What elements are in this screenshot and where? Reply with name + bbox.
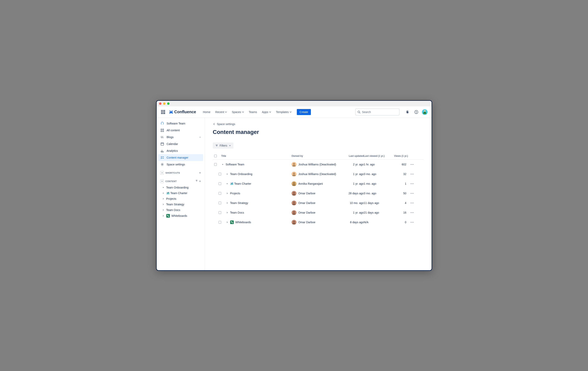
page-title: Content manager <box>213 129 423 135</box>
space-name-label: Software Team <box>167 122 185 125</box>
nav-recent[interactable]: Recent <box>213 109 229 115</box>
tree-item[interactable]: Whiteboards <box>158 213 203 219</box>
table-row[interactable]: Team StrategyOmar Darboe10 mo. ago11 day… <box>213 198 423 208</box>
nav-teams[interactable]: Teams <box>247 109 259 115</box>
row-checkbox[interactable] <box>219 202 221 204</box>
table-row[interactable]: 🗺️ Team CharterAnnika Rangarajani1 yr. a… <box>213 179 423 188</box>
tree-item-label: Team Docs <box>166 208 180 212</box>
last-updated: 28 days ago <box>342 192 364 195</box>
row-checkbox[interactable] <box>219 182 221 185</box>
tree-item-label: Projects <box>166 197 177 200</box>
tree-item[interactable]: Team Strategy <box>158 202 203 207</box>
notifications-icon[interactable] <box>404 109 411 115</box>
search-input[interactable] <box>362 110 397 114</box>
plus-icon[interactable]: + <box>199 171 201 175</box>
row-more-actions[interactable] <box>408 172 416 176</box>
rocket-icon <box>160 121 164 126</box>
owner-avatar[interactable] <box>292 181 296 186</box>
row-checkbox[interactable] <box>214 163 217 166</box>
chevron-right-icon <box>162 215 165 216</box>
svg-rect-4 <box>161 129 162 130</box>
col-title[interactable]: Title <box>221 155 292 157</box>
filters-button[interactable]: Filters <box>213 143 233 149</box>
window-close-dot[interactable] <box>159 102 161 105</box>
table-row[interactable]: Software TeamJoshua Williams (Deactivate… <box>213 160 423 169</box>
nav-spaces[interactable]: Spaces <box>230 109 246 115</box>
more-horizontal-icon <box>410 191 414 195</box>
create-button[interactable]: Create <box>297 109 311 115</box>
row-more-actions[interactable] <box>408 191 416 195</box>
row-title: Team Onboarding <box>230 173 252 176</box>
col-owned-by[interactable]: Owned by <box>292 155 342 157</box>
owner-name: Omar Darboe <box>298 192 315 195</box>
window-maximize-dot[interactable] <box>167 102 169 105</box>
tree-item[interactable]: Team Docs <box>158 207 203 213</box>
sidebar-blogs[interactable]: Blogs + <box>158 134 203 141</box>
row-checkbox[interactable] <box>219 221 221 224</box>
sidebar-analytics[interactable]: Analytics <box>158 147 203 154</box>
svg-rect-37 <box>232 222 233 223</box>
plus-icon[interactable]: + <box>199 135 201 139</box>
col-views[interactable]: Views (1 yr.) <box>390 155 408 157</box>
tree-item[interactable]: Projects <box>158 196 203 202</box>
confluence-logo[interactable]: Confluence <box>169 110 196 114</box>
sidebar-content-manager[interactable]: Content manager <box>158 154 203 161</box>
sidebar-all-content[interactable]: All content <box>158 127 203 134</box>
row-checkbox[interactable] <box>219 192 221 195</box>
help-icon[interactable] <box>413 109 420 115</box>
space-header[interactable]: Software Team <box>158 120 203 127</box>
last-updated: 1 yr. ago <box>342 211 364 214</box>
col-last-viewed[interactable]: Last viewed (1 yr.) <box>364 155 390 157</box>
svg-point-22 <box>412 183 412 184</box>
table-row[interactable]: Team OnboardingJoshua Williams (Deactiva… <box>213 169 423 179</box>
row-more-actions[interactable] <box>408 220 416 224</box>
owner-avatar[interactable] <box>292 220 296 225</box>
bullet-icon <box>162 193 165 194</box>
owner-avatar[interactable] <box>292 172 296 176</box>
tree-item-label: Team Strategy <box>166 203 184 206</box>
expand-content[interactable] <box>160 179 164 183</box>
app-switcher-icon[interactable] <box>161 110 166 114</box>
tree-item[interactable]: 🗺️ Team Charter <box>158 190 203 196</box>
svg-point-26 <box>412 193 412 194</box>
row-checkbox[interactable] <box>219 173 221 175</box>
sidebar-space-settings[interactable]: Space settings <box>158 161 203 168</box>
svg-point-0 <box>358 111 359 113</box>
row-more-actions[interactable] <box>408 162 416 166</box>
table-row[interactable]: WhiteboardsOmar Darboe8 days agoN/A0 <box>213 217 423 227</box>
tree-item[interactable]: Team Onboarding <box>158 185 203 190</box>
table-row[interactable]: Team DocsOmar Darboe1 yr. ago21 days ago… <box>213 208 423 217</box>
row-more-actions[interactable] <box>408 201 416 205</box>
nav-templates[interactable]: Templates <box>274 109 294 115</box>
expand-shortcuts[interactable] <box>160 171 164 175</box>
owner-avatar[interactable] <box>292 162 296 167</box>
nav-home[interactable]: Home <box>201 109 212 115</box>
tree-item-label: 🗺️ Team Charter <box>166 192 187 195</box>
more-horizontal-icon <box>410 201 414 205</box>
window-minimize-dot[interactable] <box>163 102 166 105</box>
row-title: Whiteboards <box>235 221 251 224</box>
svg-point-30 <box>412 203 412 203</box>
more-horizontal-icon <box>410 162 414 166</box>
filter-icon[interactable] <box>195 179 198 182</box>
row-checkbox[interactable] <box>219 211 221 214</box>
sidebar-calendar[interactable]: Calendar <box>158 141 203 147</box>
bullet-icon <box>226 174 229 175</box>
owner-avatar[interactable] <box>292 191 296 196</box>
svg-point-28 <box>293 202 295 203</box>
row-more-actions[interactable] <box>408 211 416 215</box>
col-last-updated[interactable]: Last updated <box>342 155 364 157</box>
row-more-actions[interactable] <box>408 182 416 186</box>
plus-icon[interactable]: + <box>199 179 201 183</box>
owner-avatar[interactable] <box>292 201 296 205</box>
search-box[interactable] <box>355 109 399 115</box>
more-horizontal-icon <box>410 220 414 224</box>
nav-apps[interactable]: Apps <box>260 109 273 115</box>
select-all-checkbox[interactable] <box>214 155 217 157</box>
owner-avatar[interactable] <box>292 210 296 215</box>
product-name: Confluence <box>174 110 196 114</box>
table-row[interactable]: ProjectsOmar Darboe28 days ago3 mo. ago5… <box>213 188 423 198</box>
whiteboard-icon <box>166 214 170 218</box>
user-avatar[interactable] <box>422 109 428 115</box>
breadcrumb-back[interactable]: Space settings <box>213 123 423 126</box>
